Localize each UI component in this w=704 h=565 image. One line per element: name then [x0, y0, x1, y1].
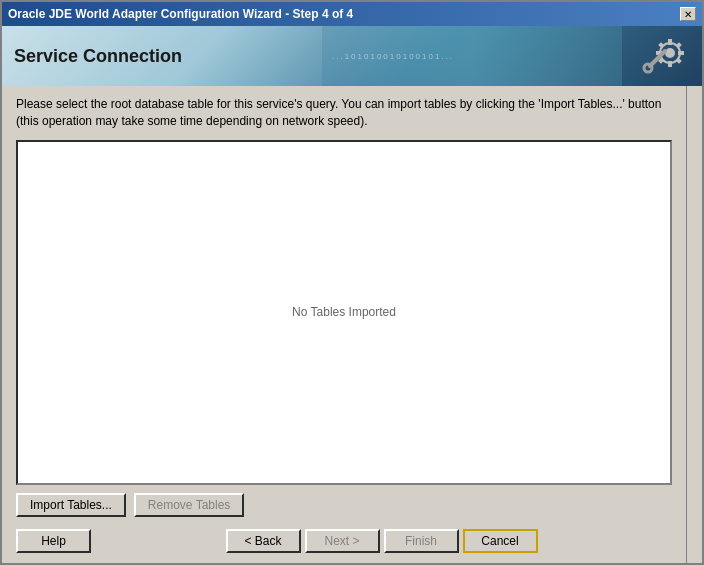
page-title: Service Connection — [14, 46, 182, 67]
window-title: Oracle JDE World Adapter Configuration W… — [8, 7, 353, 21]
next-button[interactable]: Next > — [305, 529, 380, 553]
content-area: Please select the root database table fo… — [2, 86, 686, 563]
empty-table-message: No Tables Imported — [292, 305, 396, 319]
svg-rect-3 — [668, 61, 672, 67]
finish-button[interactable]: Finish — [384, 529, 459, 553]
import-buttons-row: Import Tables... Remove Tables — [16, 493, 672, 517]
close-button[interactable]: ✕ — [680, 7, 696, 21]
nav-buttons-row: Help < Back Next > Finish Cancel — [16, 529, 672, 553]
import-tables-button[interactable]: Import Tables... — [16, 493, 126, 517]
table-container: No Tables Imported — [16, 140, 672, 485]
svg-point-1 — [665, 48, 675, 58]
svg-point-11 — [644, 64, 652, 72]
cancel-button[interactable]: Cancel — [463, 529, 538, 553]
back-button[interactable]: < Back — [226, 529, 301, 553]
help-button[interactable]: Help — [16, 529, 91, 553]
svg-rect-2 — [668, 39, 672, 45]
title-bar: Oracle JDE World Adapter Configuration W… — [2, 2, 702, 26]
main-area: Please select the root database table fo… — [2, 86, 702, 563]
wizard-window: Oracle JDE World Adapter Configuration W… — [0, 0, 704, 565]
header-decoration: ...101010010100101... — [322, 26, 622, 86]
remove-tables-button[interactable]: Remove Tables — [134, 493, 245, 517]
nav-buttons-center: < Back Next > Finish Cancel — [91, 529, 672, 553]
scrollbar[interactable] — [686, 86, 702, 563]
description-text: Please select the root database table fo… — [16, 96, 672, 130]
svg-rect-5 — [678, 51, 684, 55]
header-banner: Service Connection ...101010010100101... — [2, 26, 702, 86]
gear-icon — [635, 31, 690, 81]
